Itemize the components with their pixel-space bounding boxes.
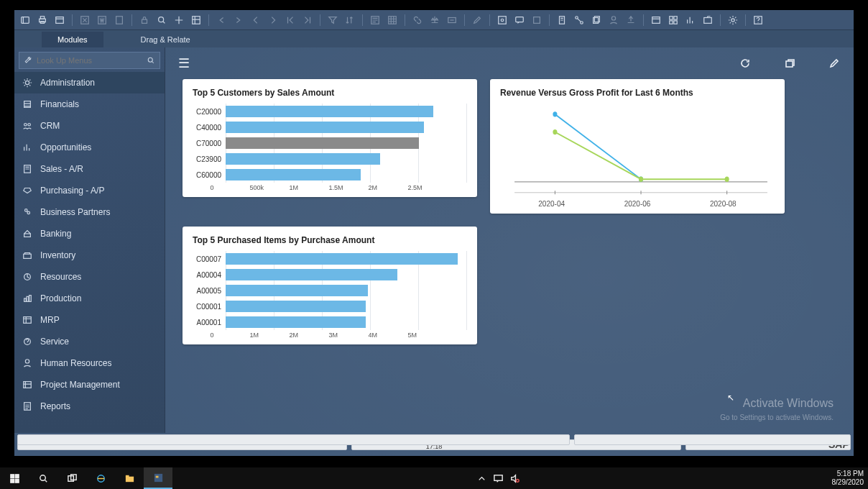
tray-action-center-icon[interactable] [493,473,504,484]
sidebar-item-project-management[interactable]: Project Management [14,374,165,396]
bar[interactable] [226,253,458,265]
sidebar-item-service[interactable]: Service [14,331,165,352]
link-icon[interactable] [411,14,424,27]
help-icon[interactable] [752,14,765,27]
back-icon[interactable] [249,14,262,27]
edit-dashboard-icon[interactable] [828,57,841,70]
bar-label: A00004 [193,271,226,279]
refresh-icon[interactable] [739,57,752,70]
bar[interactable] [226,301,366,312]
undo-icon[interactable] [215,14,228,27]
sidebar-item-resources[interactable]: Resources [14,266,165,288]
document-icon[interactable] [555,14,568,27]
bar[interactable] [226,316,366,328]
sidebar-item-mrp[interactable]: MRP [14,309,165,331]
menu-search-input[interactable] [37,56,147,65]
hamburger-icon[interactable]: ☰ [178,55,190,71]
toolbar-separator [643,14,644,26]
menu-search[interactable] [19,52,160,69]
balance-icon[interactable] [428,14,441,27]
multi-doc-icon[interactable] [590,14,603,27]
chart-icon[interactable] [684,14,697,27]
bar[interactable] [226,269,397,280]
svg-rect-24 [652,17,660,23]
export-icon[interactable] [624,14,637,27]
find-icon[interactable] [155,14,168,27]
tab-modules[interactable]: Modules [42,32,103,47]
table-icon[interactable] [386,14,399,27]
first-icon[interactable] [284,14,297,27]
filter-icon[interactable] [326,14,339,27]
query-icon[interactable] [496,14,509,27]
calendar-icon[interactable] [53,14,66,27]
chart-top-customers: C20000C40000C70000C23900C600000500k1M1.5… [193,104,467,191]
forward-icon[interactable] [267,14,280,27]
bar[interactable] [226,122,424,133]
word-icon[interactable] [96,14,108,27]
sidebar-item-business-partners[interactable]: Business Partners [14,201,165,223]
svg-rect-14 [499,16,507,24]
explorer-icon[interactable] [115,467,144,489]
new-window-icon[interactable] [783,57,796,70]
search-icon[interactable] [147,56,155,65]
alert-icon[interactable] [530,14,543,27]
taskbar-clock[interactable]: 5:18 PM8/29/2020 [832,470,869,487]
tiles-icon[interactable] [667,14,680,27]
edit-icon[interactable] [471,14,484,27]
form-icon[interactable] [369,14,382,27]
search-taskbar-icon[interactable] [29,467,57,489]
message-icon[interactable] [513,14,526,27]
sidebar-item-human-resources[interactable]: Human Resources [14,352,165,374]
svg-point-59 [553,129,557,134]
layout-icon[interactable] [190,14,203,27]
svg-rect-64 [10,479,14,483]
sidebar-item-label: CRM [40,121,60,131]
sidebar-item-administration[interactable]: Administration [14,72,165,93]
sidebar-item-banking[interactable]: Banking [14,223,165,244]
sidebar-item-inventory[interactable]: Inventory [14,244,165,266]
start-button[interactable] [0,467,29,489]
bar-label: C40000 [193,124,226,132]
sidebar-item-purchasing-a-p[interactable]: Purchasing - A/P [14,180,165,201]
excel-icon[interactable] [78,14,91,27]
tab-drag-relate[interactable]: Drag & Relate [125,32,206,47]
sap-app-icon[interactable] [144,467,172,489]
bar[interactable] [226,169,361,180]
open-icon[interactable] [701,14,714,27]
sidebar-item-reports[interactable]: Reports [14,396,165,417]
window-icon[interactable] [650,14,662,27]
lock-icon[interactable] [138,14,151,27]
svg-rect-25 [670,16,673,19]
user-icon[interactable] [607,14,620,27]
bar[interactable] [226,285,368,296]
sidebar-item-label: Sales - A/R [40,164,83,174]
sidebar-item-production[interactable]: Production [14,288,165,309]
toolbar-separator [131,14,132,26]
sidebar-item-sales-a-r[interactable]: Sales - A/R [14,158,165,180]
transaction-icon[interactable] [445,14,458,27]
sidebar-item-crm[interactable]: CRM [14,115,165,137]
pdf-icon[interactable] [113,14,126,27]
settings-icon[interactable] [726,14,739,27]
bar-label: C70000 [193,140,226,147]
axis-tick: 0 [211,184,250,191]
last-icon[interactable] [301,14,314,27]
module-icon [22,120,33,132]
sidebar-item-opportunities[interactable]: Opportunities [14,137,165,158]
tray-chevron-icon[interactable] [476,473,487,484]
tray-volume-icon[interactable] [509,473,520,484]
card-title: Revenue Versus Gross Profit for Last 6 M… [500,88,775,98]
workflow-icon[interactable] [573,14,586,27]
ie-icon[interactable] [86,467,115,489]
sort-icon[interactable] [343,14,356,27]
bar[interactable] [226,153,380,165]
task-view-icon[interactable] [57,467,86,489]
crosshair-icon[interactable] [172,14,185,27]
print-icon[interactable] [36,14,49,27]
bar[interactable] [226,106,433,117]
preview-icon[interactable] [19,14,32,27]
svg-rect-74 [494,475,502,480]
sidebar-item-financials[interactable]: Financials [14,93,165,115]
redo-icon[interactable] [232,14,245,27]
bar[interactable] [226,137,419,149]
